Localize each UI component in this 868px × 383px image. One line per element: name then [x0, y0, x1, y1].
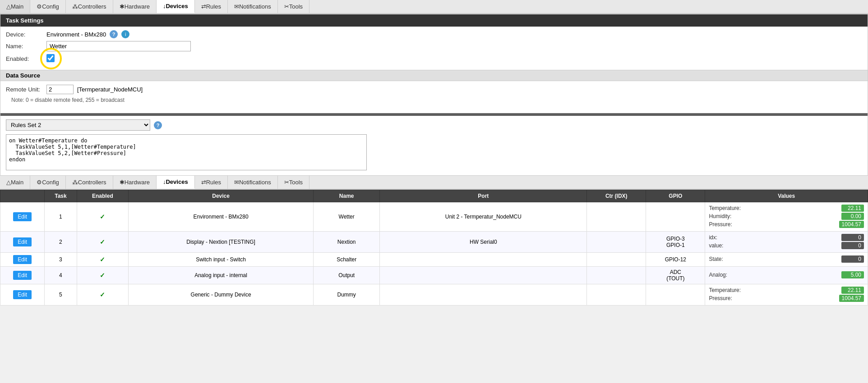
th-enabled: Enabled: [77, 190, 129, 202]
enabled-label: Enabled:: [6, 55, 46, 62]
ctr-cell-0: [587, 202, 646, 232]
value-row: Pressure:1004.57: [709, 295, 864, 302]
value-label: idx:: [709, 234, 717, 241]
edit-cell-3: Edit: [0, 267, 45, 284]
port-cell-3: [380, 267, 587, 284]
value-row: value:0: [709, 242, 864, 249]
edit-button-3[interactable]: Edit: [13, 271, 32, 280]
port-cell-1: HW Serial0: [380, 232, 587, 253]
remote-unit-name: [Termperatur_NodeMCU]: [77, 86, 143, 93]
name-cell-0: Wetter: [313, 202, 379, 232]
devices-table-section: Task Enabled Device Name Port Ctr (IDX) …: [0, 190, 868, 305]
edit-button-1[interactable]: Edit: [13, 237, 32, 246]
gpio-cell-3: ADC (TOUT): [646, 267, 705, 284]
check-mark-4: ✓: [100, 291, 105, 298]
remote-unit-input[interactable]: [46, 85, 74, 94]
values-cell-2: State:0: [705, 253, 868, 267]
rules-set-select[interactable]: Rules Set 2: [6, 119, 150, 131]
name-label: Name:: [6, 43, 46, 50]
nav-item-controllers2[interactable]: ⁂Controllers: [66, 176, 113, 189]
device-help-button[interactable]: ?: [110, 30, 118, 38]
nav-item-config[interactable]: ⚙Config: [30, 0, 66, 13]
name-field-wrapper: [46, 41, 191, 51]
nav-item-devices2[interactable]: ↓Devices: [157, 176, 195, 189]
nav-item-notifications[interactable]: ✉Notifications: [228, 0, 278, 13]
task-cell-3: 4: [45, 267, 77, 284]
nav-item-devices[interactable]: ↓Devices: [157, 0, 195, 13]
nav-item-controllers[interactable]: ⁂Controllers: [66, 0, 113, 13]
enabled-checkbox[interactable]: [46, 54, 55, 62]
table-row: Edit5✓Generic - Dummy DeviceDummyTempera…: [0, 284, 868, 305]
top-panel: Task Settings Device: Environment - BMx2…: [0, 14, 868, 176]
enabled-value: [46, 54, 55, 64]
task-cell-0: 1: [45, 202, 77, 232]
th-values: Values: [705, 190, 868, 202]
enabled-cell-1: ✓: [77, 232, 129, 253]
task-cell-2: 3: [45, 253, 77, 267]
name-cell-1: Nextion: [313, 232, 379, 253]
value-badge: 0: [841, 234, 864, 241]
nav-item-main2[interactable]: △Main: [0, 176, 30, 189]
task-cell-1: 2: [45, 232, 77, 253]
edit-cell-0: Edit: [0, 202, 45, 232]
edit-button-2[interactable]: Edit: [13, 255, 32, 264]
value-label: Humidity:: [709, 213, 731, 219]
nav-item-hardware[interactable]: ✱Hardware: [113, 0, 157, 13]
value-label: value:: [709, 242, 723, 249]
value-row: idx:0: [709, 234, 864, 241]
check-mark-2: ✓: [100, 256, 105, 263]
value-label: State:: [709, 256, 723, 262]
value-badge: 1004.57: [839, 295, 864, 302]
name-input[interactable]: [46, 41, 191, 51]
devices-table: Task Enabled Device Name Port Ctr (IDX) …: [0, 190, 868, 305]
remote-unit-note: Note: 0 = disable remote feed, 255 = bro…: [6, 97, 862, 106]
nav-item-tools[interactable]: ✂Tools: [278, 0, 309, 13]
th-ctr: Ctr (IDX): [587, 190, 646, 202]
th-gpio: GPIO: [646, 190, 705, 202]
device-cell-2: Switch input - Switch: [129, 253, 314, 267]
ctr-cell-3: [587, 267, 646, 284]
name-row: Name:: [6, 41, 862, 51]
th-edit: [0, 190, 45, 202]
device-cell-3: Analog input - internal: [129, 267, 314, 284]
remote-unit-value: [Termperatur_NodeMCU]: [46, 85, 143, 94]
nav-item-config2[interactable]: ⚙Config: [30, 176, 66, 189]
table-row: Edit3✓Switch input - SwitchSchalterGPIO-…: [0, 253, 868, 267]
nav-item-rules[interactable]: ⇄Rules: [195, 0, 228, 13]
values-cell-0: Temperature:22.11Humidity:0.00Pressure:1…: [705, 202, 868, 232]
nav-item-tools2[interactable]: ✂Tools: [278, 176, 309, 189]
enabled-cell-2: ✓: [77, 253, 129, 267]
device-name-text: Environment - BMx280: [46, 31, 106, 38]
table-row: Edit1✓Environment - BMx280WetterUnit 2 -…: [0, 202, 868, 232]
value-row: State:0: [709, 255, 864, 263]
check-mark-3: ✓: [100, 272, 105, 279]
table-row: Edit4✓Analog input - internalOutputADC (…: [0, 267, 868, 284]
edit-button-0[interactable]: Edit: [13, 212, 32, 221]
nav-item-hardware2[interactable]: ✱Hardware: [113, 176, 157, 189]
value-badge: 5.00: [841, 271, 864, 278]
value-badge: 0.00: [841, 213, 864, 220]
table-header-row: Task Enabled Device Name Port Ctr (IDX) …: [0, 190, 868, 202]
nav-item-main[interactable]: △Main: [0, 0, 30, 13]
rules-code-area[interactable]: on Wetter#Temperature do TaskValueSet 5,…: [6, 134, 367, 170]
nav-item-rules2[interactable]: ⇄Rules: [195, 176, 228, 189]
device-cell-0: Environment - BMx280: [129, 202, 314, 232]
device-cell-4: Generic - Dummy Device: [129, 284, 314, 305]
rules-help-button[interactable]: ?: [154, 121, 162, 129]
th-port: Port: [380, 190, 587, 202]
value-badge: 0: [841, 255, 864, 263]
bottom-navbar: △Main⚙Config⁂Controllers✱Hardware↓Device…: [0, 176, 868, 190]
data-source-header: Data Source: [0, 70, 868, 81]
value-badge: 0: [841, 242, 864, 249]
value-row: Analog:5.00: [709, 271, 864, 278]
task-settings-header: Task Settings: [0, 14, 868, 27]
check-mark-0: ✓: [100, 213, 105, 220]
device-info-button[interactable]: i: [121, 30, 129, 38]
device-cell-1: Display - Nextion [TESTING]: [129, 232, 314, 253]
enabled-row: Enabled:: [6, 54, 862, 64]
rules-section: Rules Set 2 ? on Wetter#Temperature do T…: [0, 114, 868, 175]
nav-item-notifications2[interactable]: ✉Notifications: [228, 176, 278, 189]
edit-button-4[interactable]: Edit: [13, 290, 32, 299]
remote-unit-row: Remote Unit: [Termperatur_NodeMCU]: [6, 85, 862, 94]
top-navbar: △Main⚙Config⁂Controllers✱Hardware↓Device…: [0, 0, 868, 14]
